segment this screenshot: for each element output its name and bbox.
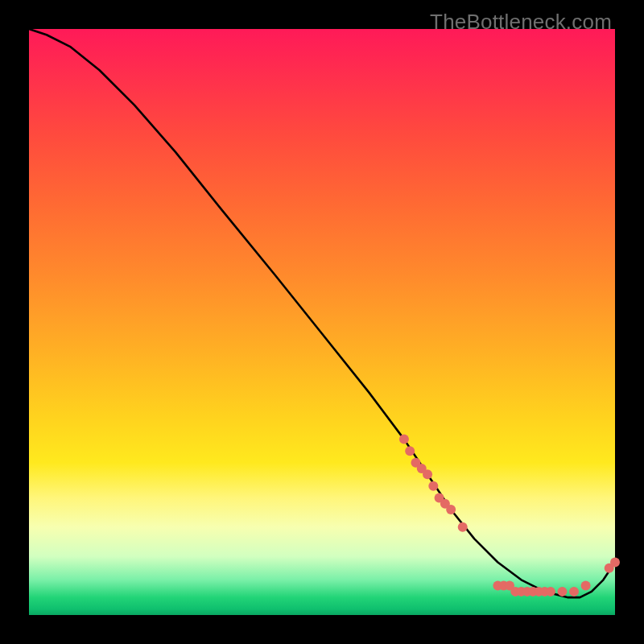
data-point [423, 469, 432, 479]
data-point [399, 435, 409, 444]
bottleneck-curve [29, 29, 615, 597]
data-point [405, 446, 415, 456]
chart-frame: TheBottleneck.com [0, 0, 644, 644]
data-point [446, 505, 456, 514]
data-point [569, 587, 579, 597]
data-point [557, 587, 567, 597]
data-point [546, 587, 555, 597]
plot-area [29, 29, 615, 615]
data-point [428, 481, 438, 491]
data-point [581, 581, 591, 591]
chart-svg [29, 29, 615, 615]
data-point [610, 557, 620, 567]
data-point [458, 522, 468, 532]
